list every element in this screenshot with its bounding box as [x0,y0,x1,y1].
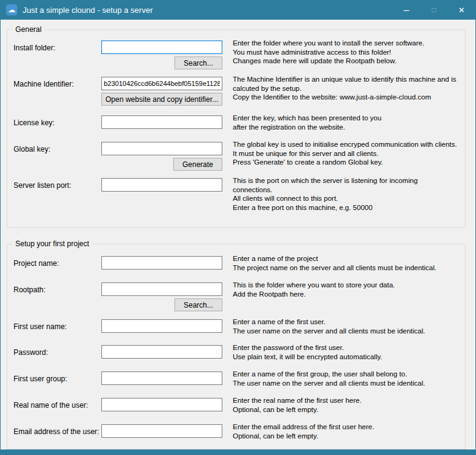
rootpath-input[interactable] [101,282,222,296]
setup-server-window: ☁ Just a simple clound - setup a server … [0,0,476,455]
real-name-input[interactable] [101,398,222,411]
project-name-row: Project name: Enter a name of the projec… [14,256,459,272]
server-listen-port-help: This is the port on which the server is … [233,176,459,212]
machine-identifier-row: Machine Identifier: Open website and cop… [14,77,459,106]
email-address-help: Enter the email address of the first use… [233,422,459,440]
first-user-group-row: First user group: Enter a name of the fi… [14,371,459,387]
rootpath-label: Rootpath: [14,282,101,294]
install-folder-help: Enter the folder where you want to insta… [233,39,459,66]
install-folder-search-button[interactable]: Search... [174,56,222,69]
first-user-group-help: Enter a name of the first group, the use… [233,370,459,387]
project-name-label: Project name: [14,256,101,268]
close-button[interactable]: ✕ [448,0,475,20]
machine-identifier-label: Machine Identifier: [14,77,101,88]
rootpath-help: This is the folder where you want to sto… [233,281,459,298]
general-groupbox: General Install folder: Search... Enter … [7,29,466,228]
window-title: Just a simple clound - setup a server [23,6,153,15]
titlebar: ☁ Just a simple clound - setup a server … [1,0,475,20]
general-group-legend: General [12,25,45,34]
license-key-input[interactable] [101,115,222,129]
first-project-group-legend: Setup your first project [12,239,92,248]
first-user-group-label: First user group: [14,371,101,383]
rootpath-row: Rootpath: Search... This is the folder w… [14,282,459,311]
password-label: Password: [14,345,101,357]
project-name-input[interactable] [101,256,222,270]
global-key-label: Global key: [14,142,101,154]
project-name-help: Enter a name of the project The project … [233,254,459,272]
first-user-name-label: First user name: [14,319,101,331]
email-address-label: Email address of the user: [14,424,101,436]
dialog-body: General Install folder: Search... Enter … [1,20,475,449]
maximize-icon: □ [432,6,436,14]
server-listen-port-label: Server listen port: [14,178,101,190]
install-folder-label: Install folder: [14,41,101,52]
first-user-group-input[interactable] [101,371,222,385]
real-name-row: Real name of the user: Enter the real na… [14,398,459,414]
email-address-input[interactable] [101,424,222,438]
first-user-name-help: Enter a name of the first user. The user… [233,317,459,335]
license-key-row: License key: Enter the key, which has be… [14,115,459,131]
password-input[interactable] [101,345,222,359]
minimize-icon: ─ [404,6,409,15]
global-key-help: The global key is used to initialise enc… [233,140,459,167]
open-website-copy-identifier-button[interactable]: Open website and copy identifier... [101,93,222,106]
real-name-label: Real name of the user: [14,398,101,410]
cloud-icon: ☁ [8,6,15,14]
install-folder-row: Install folder: Search... Enter the fold… [14,41,459,69]
minimize-button[interactable]: ─ [392,0,420,20]
server-listen-port-row: Server listen port: This is the port on … [14,178,459,212]
password-row: Password: Enter the password of the firs… [14,345,459,361]
global-key-row: Global key: Generate The global key is u… [14,142,459,171]
machine-identifier-input[interactable] [101,77,222,90]
generate-global-key-button[interactable]: Generate [173,158,222,171]
email-address-row: Email address of the user: Enter the ema… [14,424,459,440]
maximize-button[interactable]: □ [420,0,448,20]
password-help: Enter the password of the first user. Us… [233,343,459,361]
first-user-name-row: First user name: Enter a name of the fir… [14,319,459,335]
server-listen-port-input[interactable] [101,178,222,192]
license-key-label: License key: [14,115,101,127]
cloud-app-icon: ☁ [6,4,17,15]
install-folder-input[interactable] [101,41,222,54]
close-icon: ✕ [458,6,465,15]
first-project-groupbox: Setup your first project Project name: E… [7,244,466,449]
first-user-name-input[interactable] [101,319,222,333]
window-controls: ─ □ ✕ [392,0,475,20]
global-key-input[interactable] [101,142,222,155]
rootpath-search-button[interactable]: Search... [174,298,222,311]
machine-identifier-help: The Machine Identifier is an unique valu… [233,75,459,102]
real-name-help: Enter the real name of the first user he… [233,396,459,414]
license-key-help: Enter the key, which has been presented … [233,114,459,131]
